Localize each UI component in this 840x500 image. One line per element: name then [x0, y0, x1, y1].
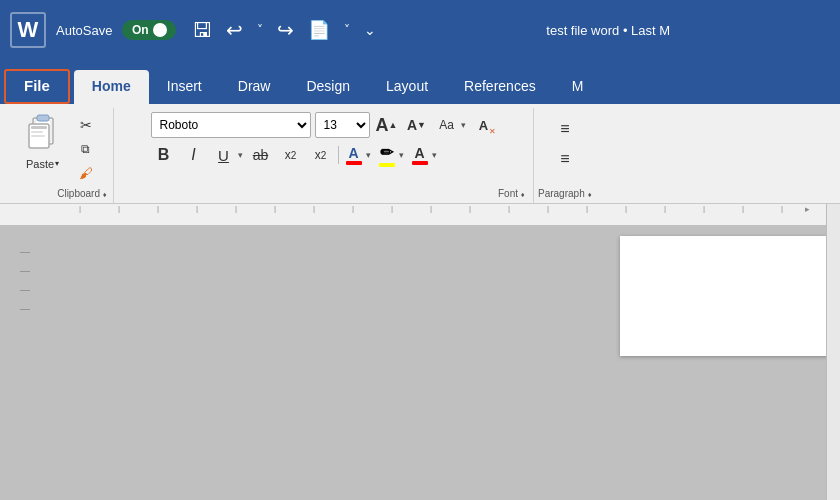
ribbon-content: Paste ▾ ✂ ⧉ 🖌 Clipboard ⬧ — [0, 104, 840, 204]
paste-icon — [25, 114, 61, 157]
paragraph-group: ≡ ≡ Paragraph ⬧ — [534, 108, 596, 203]
margin-mark-2: — — [20, 265, 40, 276]
clipboard-small-icons: ✂ ⧉ 🖌 — [71, 110, 101, 188]
font-color2-container: A ▾ — [409, 144, 438, 167]
font-color2-button[interactable]: A — [409, 144, 431, 167]
document-area: | | | | | | | | | | | | | | | | | | | ▸ … — [0, 204, 840, 500]
tab-draw[interactable]: Draw — [220, 70, 289, 104]
autosave-label: AutoSave — [56, 23, 112, 38]
font-color-button[interactable]: A — [343, 144, 365, 167]
paragraph-label: Paragraph ⬧ — [538, 188, 592, 201]
font-color2-bar — [412, 161, 428, 165]
redo-icon[interactable]: ↪ — [277, 18, 294, 42]
quick-access-icon[interactable]: 📄 — [308, 19, 330, 41]
underline-button[interactable]: U — [211, 142, 237, 168]
paste-label: Paste — [26, 158, 54, 170]
font-color-bar — [346, 161, 362, 165]
tab-file[interactable]: File — [4, 69, 70, 104]
tab-layout[interactable]: Layout — [368, 70, 446, 104]
font-group-label: Font ⬧ — [498, 188, 525, 201]
word-icon: W — [10, 12, 46, 48]
ribbon-nav: File Home Insert Draw Design Layout Refe… — [0, 60, 840, 104]
tab-design[interactable]: Design — [288, 70, 368, 104]
change-case-button[interactable]: Aa — [434, 112, 460, 138]
ruler-ticks: | | | | | | | | | | | | | | | | | | | ▸ — [40, 204, 820, 225]
font-family-select[interactable]: Roboto — [151, 112, 311, 138]
clipboard-group: Paste ▾ ✂ ⧉ 🖌 Clipboard ⬧ — [4, 108, 114, 203]
titlebar-icons: 🖫 ↩ ˅ ↪ 📄 ˅ ⌄ — [192, 18, 376, 42]
subscript-button[interactable]: x2 — [278, 142, 304, 168]
italic-button[interactable]: I — [181, 142, 207, 168]
customize-icon[interactable]: ⌄ — [364, 22, 376, 38]
margin-mark-4: — — [20, 303, 40, 314]
change-case-dropdown-icon[interactable]: ▾ — [460, 120, 467, 130]
title-bar: W AutoSave On 🖫 ↩ ˅ ↪ 📄 ˅ ⌄ test file wo… — [0, 0, 840, 60]
font-separator — [338, 146, 339, 164]
margin-mark-1: — — [20, 246, 40, 257]
file-title: test file word • Last M — [386, 23, 830, 38]
doc-body: — — — — — [0, 226, 840, 500]
undo-icon[interactable]: ↩ — [226, 18, 243, 42]
underline-dropdown-icon[interactable]: ▾ — [237, 150, 244, 160]
font-color2-letter: A — [414, 145, 424, 162]
font-grow-button[interactable]: A▲ — [374, 112, 400, 138]
strikethrough-button[interactable]: ab — [248, 142, 274, 168]
clipboard-label: Clipboard ⬧ — [57, 188, 107, 201]
copy-button[interactable]: ⧉ — [73, 138, 99, 160]
font-group: Roboto 13 A▲ A▼ Aa ▾ A ✕ — [114, 108, 534, 203]
font-expand-icon[interactable]: ⬧ — [520, 189, 525, 199]
ruler: | | | | | | | | | | | | | | | | | | | ▸ — [0, 204, 840, 226]
font-color-dropdown-icon[interactable]: ▾ — [365, 150, 372, 160]
paste-dropdown-icon[interactable]: ▾ — [55, 159, 59, 168]
svg-rect-4 — [31, 126, 47, 129]
paste-button[interactable]: Paste ▾ — [17, 110, 69, 172]
tab-references[interactable]: References — [446, 70, 554, 104]
quick-dropdown-icon[interactable]: ˅ — [344, 23, 350, 37]
font-color-container: A ▾ — [343, 144, 372, 167]
page-preview — [620, 236, 840, 356]
superscript-button[interactable]: x2 — [308, 142, 334, 168]
doc-left-margin: — — — — — [20, 236, 40, 490]
highlight-icon: ✏ — [380, 143, 393, 162]
margin-mark-3: — — [20, 284, 40, 295]
svg-rect-2 — [37, 115, 49, 121]
format-painter-button[interactable]: 🖌 — [73, 162, 99, 184]
copy-icon: ⧉ — [81, 142, 90, 156]
bold-button[interactable]: B — [151, 142, 177, 168]
clear-formatting-button[interactable]: A ✕ — [471, 112, 497, 138]
undo-dropdown-icon[interactable]: ˅ — [257, 23, 263, 37]
toggle-circle — [153, 23, 167, 37]
cut-button[interactable]: ✂ — [73, 114, 99, 136]
tab-insert[interactable]: Insert — [149, 70, 220, 104]
font-row1: Roboto 13 A▲ A▼ Aa ▾ A ✕ — [151, 112, 497, 138]
highlight-dropdown-icon[interactable]: ▾ — [398, 150, 405, 160]
highlight-color-bar — [379, 163, 395, 167]
svg-rect-6 — [31, 135, 45, 137]
list-button[interactable]: ≡ — [552, 116, 578, 142]
font-row2: B I U ▾ ab x2 x2 A — [151, 142, 497, 168]
format-painter-icon: 🖌 — [79, 165, 93, 181]
font-shrink-button[interactable]: A▼ — [404, 112, 430, 138]
highlight-color-container: ✏ ▾ — [376, 142, 405, 167]
paragraph-expand-icon[interactable]: ⬧ — [587, 189, 592, 199]
font-color-letter: A — [348, 145, 358, 162]
highlight-color-button[interactable]: ✏ — [376, 142, 398, 167]
autosave-state: On — [132, 23, 149, 37]
font-controls: Roboto 13 A▲ A▼ Aa ▾ A ✕ — [151, 112, 497, 188]
clipboard-expand-icon[interactable]: ⬧ — [102, 189, 107, 199]
tab-home[interactable]: Home — [74, 70, 149, 104]
font-size-select[interactable]: 13 — [315, 112, 370, 138]
cut-icon: ✂ — [80, 117, 92, 133]
svg-rect-5 — [31, 131, 43, 133]
scrollbar[interactable] — [826, 204, 840, 500]
autosave-toggle[interactable]: On — [122, 20, 176, 40]
font-color2-dropdown-icon[interactable]: ▾ — [431, 150, 438, 160]
align-button[interactable]: ≡ — [552, 146, 578, 172]
tab-more[interactable]: M — [554, 70, 602, 104]
save-cloud-icon[interactable]: 🖫 — [192, 19, 212, 42]
